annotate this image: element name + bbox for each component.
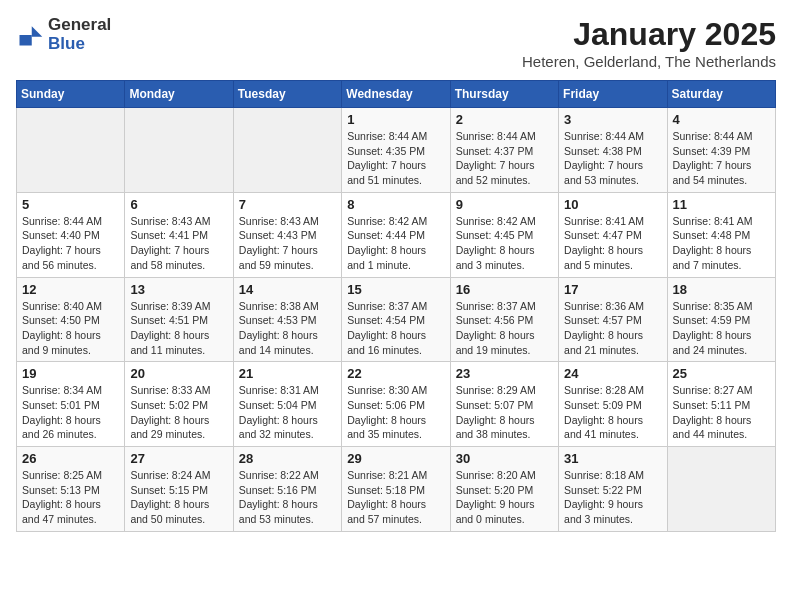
- day-number: 8: [347, 197, 444, 212]
- day-number: 29: [347, 451, 444, 466]
- calendar-day-cell: 6Sunrise: 8:43 AMSunset: 4:41 PMDaylight…: [125, 192, 233, 277]
- calendar-week-row: 26Sunrise: 8:25 AMSunset: 5:13 PMDayligh…: [17, 447, 776, 532]
- calendar-day-cell: 30Sunrise: 8:20 AMSunset: 5:20 PMDayligh…: [450, 447, 558, 532]
- day-number: 20: [130, 366, 227, 381]
- day-number: 31: [564, 451, 661, 466]
- day-info: Sunrise: 8:33 AMSunset: 5:02 PMDaylight:…: [130, 383, 227, 442]
- day-info: Sunrise: 8:42 AMSunset: 4:45 PMDaylight:…: [456, 214, 553, 273]
- calendar-week-row: 19Sunrise: 8:34 AMSunset: 5:01 PMDayligh…: [17, 362, 776, 447]
- day-info: Sunrise: 8:41 AMSunset: 4:48 PMDaylight:…: [673, 214, 770, 273]
- calendar-day-cell: 27Sunrise: 8:24 AMSunset: 5:15 PMDayligh…: [125, 447, 233, 532]
- day-number: 14: [239, 282, 336, 297]
- day-number: 9: [456, 197, 553, 212]
- day-number: 30: [456, 451, 553, 466]
- calendar-day-cell: 12Sunrise: 8:40 AMSunset: 4:50 PMDayligh…: [17, 277, 125, 362]
- day-number: 19: [22, 366, 119, 381]
- day-info: Sunrise: 8:39 AMSunset: 4:51 PMDaylight:…: [130, 299, 227, 358]
- day-info: Sunrise: 8:43 AMSunset: 4:41 PMDaylight:…: [130, 214, 227, 273]
- day-number: 18: [673, 282, 770, 297]
- weekday-header-cell: Sunday: [17, 81, 125, 108]
- calendar-day-cell: 18Sunrise: 8:35 AMSunset: 4:59 PMDayligh…: [667, 277, 775, 362]
- calendar-day-cell: 25Sunrise: 8:27 AMSunset: 5:11 PMDayligh…: [667, 362, 775, 447]
- calendar-day-cell: 3Sunrise: 8:44 AMSunset: 4:38 PMDaylight…: [559, 108, 667, 193]
- day-info: Sunrise: 8:35 AMSunset: 4:59 PMDaylight:…: [673, 299, 770, 358]
- weekday-header-cell: Thursday: [450, 81, 558, 108]
- calendar-day-cell: 7Sunrise: 8:43 AMSunset: 4:43 PMDaylight…: [233, 192, 341, 277]
- day-info: Sunrise: 8:25 AMSunset: 5:13 PMDaylight:…: [22, 468, 119, 527]
- day-info: Sunrise: 8:37 AMSunset: 4:54 PMDaylight:…: [347, 299, 444, 358]
- weekday-header-cell: Saturday: [667, 81, 775, 108]
- calendar-day-cell: 24Sunrise: 8:28 AMSunset: 5:09 PMDayligh…: [559, 362, 667, 447]
- calendar-day-cell: [667, 447, 775, 532]
- calendar-day-cell: 14Sunrise: 8:38 AMSunset: 4:53 PMDayligh…: [233, 277, 341, 362]
- calendar-day-cell: [233, 108, 341, 193]
- calendar-day-cell: 20Sunrise: 8:33 AMSunset: 5:02 PMDayligh…: [125, 362, 233, 447]
- calendar-day-cell: 13Sunrise: 8:39 AMSunset: 4:51 PMDayligh…: [125, 277, 233, 362]
- day-number: 16: [456, 282, 553, 297]
- calendar-day-cell: 28Sunrise: 8:22 AMSunset: 5:16 PMDayligh…: [233, 447, 341, 532]
- day-number: 23: [456, 366, 553, 381]
- weekday-header-cell: Wednesday: [342, 81, 450, 108]
- calendar-day-cell: 2Sunrise: 8:44 AMSunset: 4:37 PMDaylight…: [450, 108, 558, 193]
- calendar-day-cell: 11Sunrise: 8:41 AMSunset: 4:48 PMDayligh…: [667, 192, 775, 277]
- day-number: 1: [347, 112, 444, 127]
- calendar-day-cell: [125, 108, 233, 193]
- day-info: Sunrise: 8:44 AMSunset: 4:38 PMDaylight:…: [564, 129, 661, 188]
- day-info: Sunrise: 8:30 AMSunset: 5:06 PMDaylight:…: [347, 383, 444, 442]
- calendar-day-cell: 21Sunrise: 8:31 AMSunset: 5:04 PMDayligh…: [233, 362, 341, 447]
- day-info: Sunrise: 8:44 AMSunset: 4:35 PMDaylight:…: [347, 129, 444, 188]
- title-block: January 2025 Heteren, Gelderland, The Ne…: [522, 16, 776, 70]
- day-number: 10: [564, 197, 661, 212]
- calendar-day-cell: 31Sunrise: 8:18 AMSunset: 5:22 PMDayligh…: [559, 447, 667, 532]
- day-number: 21: [239, 366, 336, 381]
- day-info: Sunrise: 8:41 AMSunset: 4:47 PMDaylight:…: [564, 214, 661, 273]
- day-info: Sunrise: 8:37 AMSunset: 4:56 PMDaylight:…: [456, 299, 553, 358]
- calendar-day-cell: 23Sunrise: 8:29 AMSunset: 5:07 PMDayligh…: [450, 362, 558, 447]
- calendar-day-cell: 29Sunrise: 8:21 AMSunset: 5:18 PMDayligh…: [342, 447, 450, 532]
- calendar-table: SundayMondayTuesdayWednesdayThursdayFrid…: [16, 80, 776, 532]
- day-info: Sunrise: 8:27 AMSunset: 5:11 PMDaylight:…: [673, 383, 770, 442]
- calendar-day-cell: 8Sunrise: 8:42 AMSunset: 4:44 PMDaylight…: [342, 192, 450, 277]
- day-info: Sunrise: 8:40 AMSunset: 4:50 PMDaylight:…: [22, 299, 119, 358]
- logo-text-line1: General: [48, 16, 111, 35]
- weekday-header-cell: Friday: [559, 81, 667, 108]
- day-number: 2: [456, 112, 553, 127]
- calendar-day-cell: 16Sunrise: 8:37 AMSunset: 4:56 PMDayligh…: [450, 277, 558, 362]
- calendar-week-row: 5Sunrise: 8:44 AMSunset: 4:40 PMDaylight…: [17, 192, 776, 277]
- day-info: Sunrise: 8:20 AMSunset: 5:20 PMDaylight:…: [456, 468, 553, 527]
- calendar-day-cell: 15Sunrise: 8:37 AMSunset: 4:54 PMDayligh…: [342, 277, 450, 362]
- day-number: 24: [564, 366, 661, 381]
- day-info: Sunrise: 8:36 AMSunset: 4:57 PMDaylight:…: [564, 299, 661, 358]
- day-info: Sunrise: 8:44 AMSunset: 4:39 PMDaylight:…: [673, 129, 770, 188]
- calendar-day-cell: [17, 108, 125, 193]
- logo-icon: [16, 21, 44, 49]
- weekday-header-cell: Tuesday: [233, 81, 341, 108]
- month-title: January 2025: [522, 16, 776, 53]
- day-number: 11: [673, 197, 770, 212]
- calendar-day-cell: 4Sunrise: 8:44 AMSunset: 4:39 PMDaylight…: [667, 108, 775, 193]
- calendar-day-cell: 10Sunrise: 8:41 AMSunset: 4:47 PMDayligh…: [559, 192, 667, 277]
- svg-rect-2: [20, 35, 32, 46]
- day-info: Sunrise: 8:22 AMSunset: 5:16 PMDaylight:…: [239, 468, 336, 527]
- day-number: 17: [564, 282, 661, 297]
- day-number: 7: [239, 197, 336, 212]
- page-header: General Blue January 2025 Heteren, Gelde…: [16, 16, 776, 70]
- day-info: Sunrise: 8:21 AMSunset: 5:18 PMDaylight:…: [347, 468, 444, 527]
- day-number: 22: [347, 366, 444, 381]
- logo-text-line2: Blue: [48, 35, 111, 54]
- day-info: Sunrise: 8:34 AMSunset: 5:01 PMDaylight:…: [22, 383, 119, 442]
- weekday-header-row: SundayMondayTuesdayWednesdayThursdayFrid…: [17, 81, 776, 108]
- calendar-header: SundayMondayTuesdayWednesdayThursdayFrid…: [17, 81, 776, 108]
- day-number: 25: [673, 366, 770, 381]
- calendar-day-cell: 1Sunrise: 8:44 AMSunset: 4:35 PMDaylight…: [342, 108, 450, 193]
- day-info: Sunrise: 8:42 AMSunset: 4:44 PMDaylight:…: [347, 214, 444, 273]
- day-number: 26: [22, 451, 119, 466]
- day-info: Sunrise: 8:38 AMSunset: 4:53 PMDaylight:…: [239, 299, 336, 358]
- day-number: 12: [22, 282, 119, 297]
- day-number: 27: [130, 451, 227, 466]
- day-number: 15: [347, 282, 444, 297]
- day-number: 6: [130, 197, 227, 212]
- day-info: Sunrise: 8:43 AMSunset: 4:43 PMDaylight:…: [239, 214, 336, 273]
- day-number: 3: [564, 112, 661, 127]
- day-number: 28: [239, 451, 336, 466]
